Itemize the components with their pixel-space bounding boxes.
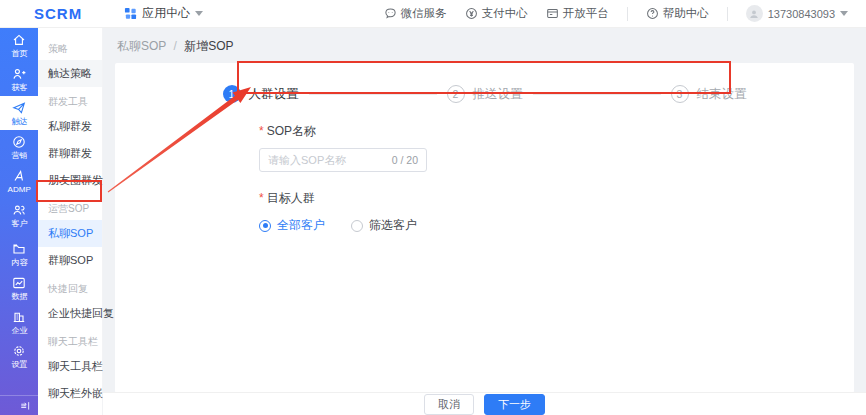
radio-filtered-customers[interactable]: 筛选客户 (351, 217, 417, 234)
menu-group-title: 聊天工具栏 (38, 327, 102, 353)
step-connector (533, 94, 661, 95)
home-icon (12, 33, 26, 47)
nav-open-platform[interactable]: 开放平台 (546, 6, 609, 21)
footer-action-bar: 取消 下一步 (103, 392, 866, 415)
radio-label: 全部客户 (277, 217, 325, 234)
menu-item-group-sop[interactable]: 群聊SOP (38, 247, 102, 274)
sidebar-item-acquire[interactable]: 获客 (0, 62, 38, 96)
top-header: SCRM 应用中心 微信服务 支付中心 (0, 0, 866, 28)
menu-item-group-mass-send[interactable]: 群聊群发 (38, 140, 102, 167)
sidebar-item-label: 内容 (11, 258, 27, 267)
step-number: 3 (671, 85, 689, 103)
avatar-icon (746, 5, 763, 22)
menu-item-reach-strategy[interactable]: 触达策略 (38, 60, 102, 87)
sidebar-item-label: 首页 (11, 49, 27, 58)
menu-group-title: 群发工具 (38, 87, 102, 113)
header-divider (727, 7, 728, 21)
sidebar-item-label: 获客 (11, 83, 27, 92)
menu-item-quick-reply[interactable]: 企业快捷回复 (38, 300, 102, 327)
chart-icon (12, 276, 26, 290)
admp-icon (12, 169, 26, 183)
breadcrumb: 私聊SOP / 新增SOP (103, 28, 866, 63)
sidebar-item-admp[interactable]: ADMP (0, 164, 38, 198)
step-label: 结束设置 (697, 86, 747, 103)
menu-group-title: 策略 (38, 34, 102, 60)
nav-wechat-service[interactable]: 微信服务 (384, 6, 447, 21)
sidebar-item-data[interactable]: 数据 (0, 271, 38, 305)
header-right-nav: 微信服务 支付中心 开放平台 帮助中心 (384, 5, 866, 22)
menu-item-moments-mass-send[interactable]: 朋友圈群发 (38, 167, 102, 194)
step-connector (309, 94, 437, 95)
sidebar-item-label: 客户 (11, 219, 27, 228)
header-divider (627, 7, 628, 21)
required-mark: * (259, 191, 264, 205)
radio-label: 筛选客户 (369, 217, 417, 234)
step-number: 2 (447, 85, 465, 103)
primary-sidebar: 首页 获客 触达 营销 ADMP 客户 内容 数据 (0, 28, 38, 415)
wechat-icon (384, 7, 397, 20)
sidebar-item-marketing[interactable]: 营销 (0, 130, 38, 164)
sidebar-collapse-button[interactable] (0, 395, 38, 415)
menu-item-chat-toolbar[interactable]: 聊天工具栏 (38, 353, 102, 380)
next-step-button[interactable]: 下一步 (484, 394, 545, 415)
sidebar-item-label: 营销 (11, 151, 27, 160)
sidebar-item-reach[interactable]: 触达 (0, 96, 38, 130)
cancel-button[interactable]: 取消 (424, 394, 474, 415)
sidebar-item-enterprise[interactable]: 企业 (0, 305, 38, 339)
menu-item-private-sop[interactable]: 私聊SOP (38, 220, 102, 247)
nav-pay-center[interactable]: 支付中心 (465, 6, 528, 21)
sidebar-item-label: 数据 (11, 292, 27, 301)
menu-item-chatbar-embed[interactable]: 聊天栏外嵌 (38, 380, 102, 407)
sop-name-field: 0 / 20 (259, 148, 427, 172)
target-group-label: *目标人群 (259, 190, 854, 207)
breadcrumb-parent[interactable]: 私聊SOP (117, 39, 166, 53)
building-icon (12, 310, 26, 324)
step-number: 1 (223, 85, 241, 103)
step-push-setting: 2 推送设置 (447, 85, 523, 103)
compass-icon (12, 135, 26, 149)
step-label: 人群设置 (249, 86, 299, 103)
paper-plane-icon (12, 101, 26, 115)
user-plus-icon (12, 67, 26, 81)
sop-name-input[interactable] (268, 154, 388, 166)
chevron-down-icon (840, 11, 848, 16)
main-content: 私聊SOP / 新增SOP 1 人群设置 2 推送设置 3 结束设置 (103, 28, 866, 415)
step-indicator: 1 人群设置 2 推送设置 3 结束设置 (115, 63, 854, 103)
char-counter: 0 / 20 (392, 154, 418, 166)
users-icon (12, 203, 26, 217)
step-finish-setting: 3 结束设置 (671, 85, 747, 103)
sop-name-label: *SOP名称 (259, 123, 854, 140)
step-audience-setting: 1 人群设置 (223, 85, 299, 103)
sidebar-item-customers[interactable]: 客户 (0, 198, 38, 232)
chevron-down-icon (195, 11, 203, 16)
secondary-menu: 策略 触达策略 群发工具 私聊群发 群聊群发 朋友圈群发 运营SOP 私聊SOP… (38, 28, 103, 415)
pay-icon (465, 7, 478, 20)
sidebar-item-home[interactable]: 首页 (0, 28, 38, 62)
user-phone: 13730843093 (768, 8, 835, 20)
sidebar-item-label: 设置 (11, 360, 27, 369)
app-center-menu[interactable]: 应用中心 (124, 5, 203, 22)
breadcrumb-separator: / (173, 39, 176, 53)
menu-group-title: 运营SOP (38, 194, 102, 220)
sidebar-item-label: ADMP (7, 185, 30, 194)
radio-dot-icon (259, 220, 271, 232)
nav-help-center[interactable]: 帮助中心 (646, 6, 709, 21)
target-group-radios: 全部客户 筛选客户 (259, 217, 854, 234)
sidebar-item-settings[interactable]: 设置 (0, 339, 38, 373)
radio-all-customers[interactable]: 全部客户 (259, 217, 325, 234)
breadcrumb-current: 新增SOP (184, 39, 233, 53)
user-account-menu[interactable]: 13730843093 (746, 5, 848, 22)
radio-dot-icon (351, 220, 363, 232)
menu-item-private-mass-send[interactable]: 私聊群发 (38, 113, 102, 140)
sidebar-item-content[interactable]: 内容 (0, 237, 38, 271)
new-sop-card: 1 人群设置 2 推送设置 3 结束设置 *SOP名称 (115, 63, 854, 393)
open-platform-icon (546, 7, 559, 20)
menu-group-title: 快捷回复 (38, 274, 102, 300)
nav-wechat-service-label: 微信服务 (401, 6, 447, 21)
help-icon (646, 7, 659, 20)
nav-open-platform-label: 开放平台 (563, 6, 609, 21)
collapse-icon (20, 400, 31, 411)
folder-icon (12, 242, 26, 256)
step-label: 推送设置 (473, 86, 523, 103)
gear-icon (12, 344, 26, 358)
